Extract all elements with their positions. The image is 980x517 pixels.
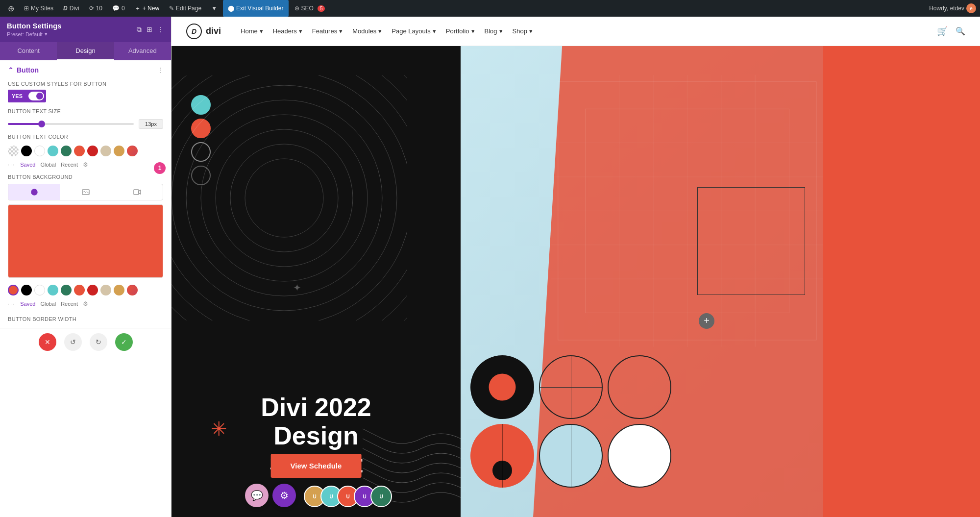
slider-fill [8,123,39,125]
nav-home[interactable]: Home ▾ [241,27,263,35]
panel-more-icon[interactable]: ⋮ [157,25,164,33]
toggle-button[interactable]: YES [8,90,46,102]
bg-swatch-black[interactable] [21,285,32,295]
text-color-swatches [8,143,163,159]
panel-header: Button Settings Preset: Default ▾ ⧉ ⊞ ⋮ [0,17,171,42]
nav-portfolio[interactable]: Portfolio ▾ [446,27,475,35]
tab-design[interactable]: Design [57,42,114,60]
recent-label[interactable]: Recent [61,162,78,168]
color-swatch-gradient[interactable] [127,146,138,156]
nav-chevron-portfolio: ▾ [471,27,475,35]
bg-color-dots[interactable]: ··· [8,301,15,307]
toggle-slider[interactable] [28,92,44,100]
reset-button[interactable]: ↺ [64,333,82,351]
nav-chevron-layouts: ▾ [433,27,436,35]
circle-outline-large [539,355,603,419]
nav-blog[interactable]: Blog ▾ [485,27,503,35]
search-icon[interactable]: 🔍 [956,26,965,36]
color-swatch-transparent[interactable] [8,146,19,156]
bg-global-label[interactable]: Global [40,301,56,307]
bg-swatch-orange-main[interactable] [8,285,19,295]
bg-tab-image[interactable] [60,184,111,200]
color-swatch-red[interactable] [87,146,98,156]
bottom-avatars: U U U U U [304,486,392,507]
background-color-preview[interactable] [8,204,163,278]
cart-icon[interactable]: 🛒 [937,26,948,37]
color-swatch-black[interactable] [21,146,32,156]
divi-item[interactable]: D Divi [59,0,83,17]
bg-swatch-tan[interactable] [100,285,111,295]
user-avatar[interactable]: e [966,3,976,13]
bg-swatch-white[interactable] [34,285,45,295]
edit-icon: ✎ [169,5,174,12]
avatar-5: U [370,486,392,507]
saved-label[interactable]: Saved [20,162,35,168]
seo-item[interactable]: ⊛ SEO 5 [291,0,329,17]
custom-styles-toggle[interactable]: YES [8,90,163,102]
plus-button[interactable]: + [699,313,714,329]
bg-swatch-orange[interactable] [74,285,85,295]
marketpress-item[interactable]: ▼ [207,0,221,17]
color-swatch-green[interactable] [61,146,72,156]
bg-swatch-green[interactable] [61,285,72,295]
wp-logo-item[interactable]: ⊕ [4,0,18,17]
color-dots[interactable]: ··· [8,162,15,168]
text-size-track[interactable] [8,123,134,125]
bg-tab-video[interactable] [111,184,163,200]
color-swatch-teal[interactable] [48,146,58,156]
color-swatch-tan[interactable] [100,146,111,156]
new-item[interactable]: ＋ + New [131,0,163,17]
bubbles-item[interactable]: 💬 0 [108,0,129,17]
cancel-icon: ✕ [45,338,50,346]
text-size-value[interactable]: 13px [139,119,163,129]
collapse-icon[interactable]: ⌃ [8,66,14,74]
reset-icon: ↺ [70,338,76,346]
nav-features[interactable]: Features ▾ [312,27,343,35]
bg-swatch-red[interactable] [87,285,98,295]
site-logo[interactable]: D divi [186,24,221,39]
visual-builder-item[interactable]: ⬤ Exit Visual Builder [223,0,289,17]
nav-headers[interactable]: Headers ▾ [273,27,302,35]
global-label[interactable]: Global [40,162,56,168]
nav-modules[interactable]: Modules ▾ [352,27,382,35]
bg-recent-label[interactable]: Recent [61,301,78,307]
nav-page-layouts[interactable]: Page Layouts ▾ [392,27,436,35]
save-button[interactable]: ✓ [115,333,133,351]
color-swatch-orange[interactable] [74,146,85,156]
comments-icon: ⟳ [89,5,94,12]
orange-crosshair-v [502,424,503,488]
cancel-button[interactable]: ✕ [39,333,56,351]
panel-preset[interactable]: Preset: Default ▾ [7,31,62,37]
sites-icon: ⊞ [24,5,29,12]
seo-icon: ⊛ [294,5,299,12]
bg-swatch-teal[interactable] [48,285,58,295]
panel-layout-icon[interactable]: ⊞ [147,25,152,33]
gear-icon[interactable]: ⚙ [83,161,88,168]
nav-chevron-headers: ▾ [299,27,302,35]
hero-section: ✦ Divi 2022 Design Summit ✳ [172,46,980,517]
chat-bubble-button[interactable]: 💬 [245,484,269,507]
tab-advanced[interactable]: Advanced [114,42,171,60]
circle-outline-2 [608,355,671,419]
panel-copy-icon[interactable]: ⧉ [137,25,142,34]
bg-tab-gradient[interactable] [8,184,60,200]
redo-button[interactable]: ↻ [90,333,107,351]
divi-logo-icon: D [63,5,68,12]
slider-thumb[interactable] [38,121,45,127]
toggle-yes[interactable]: YES [8,90,26,102]
color-swatch-white[interactable] [34,146,45,156]
bg-swatch-gradient[interactable] [127,285,138,295]
tab-content[interactable]: Content [0,42,57,60]
view-schedule-button[interactable]: View Schedule [271,454,362,478]
bg-swatch-gold[interactable] [114,285,124,295]
comments-item[interactable]: ⟳ 10 [85,0,106,17]
gear-button[interactable]: ⚙ [272,484,296,507]
my-sites-item[interactable]: ⊞ My Sites [20,0,57,17]
edit-page-item[interactable]: ✎ Edit Page [165,0,205,17]
section-more-icon[interactable]: ⋮ [157,67,163,74]
nav-shop[interactable]: Shop ▾ [513,27,533,35]
bg-saved-label[interactable]: Saved [20,301,35,307]
svg-point-9 [172,75,407,320]
color-swatch-gold[interactable] [114,146,124,156]
bg-gear-icon[interactable]: ⚙ [83,300,88,307]
